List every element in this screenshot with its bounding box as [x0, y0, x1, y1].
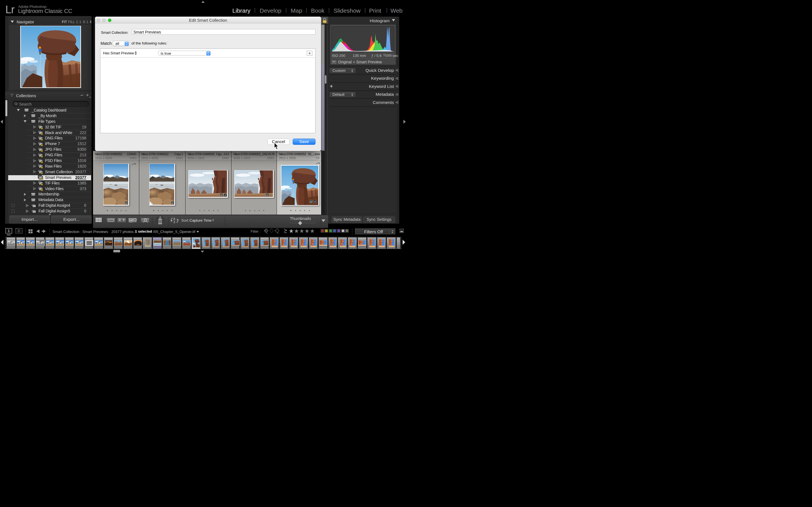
svg-text:Z: Z — [173, 220, 175, 224]
